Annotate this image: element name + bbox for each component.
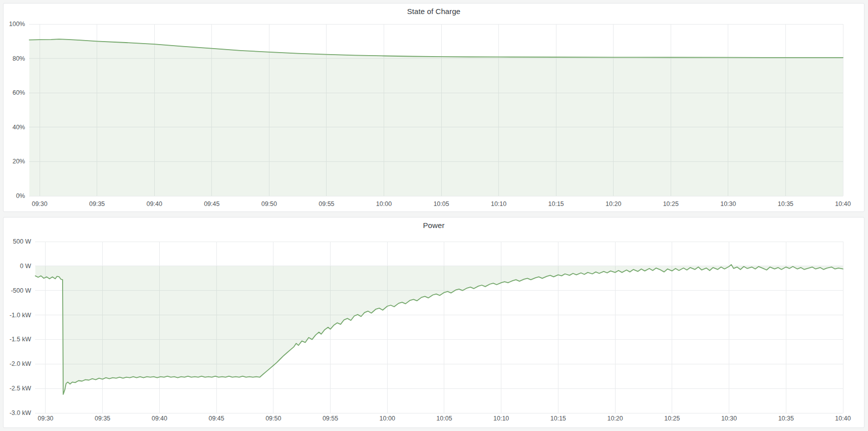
x-tick-label: 09:40	[147, 200, 162, 207]
x-tick-label: 10:15	[550, 415, 566, 422]
y-tick-label: -1.0 kW	[10, 312, 31, 319]
panel-header: State of Charge	[4, 4, 864, 19]
x-tick-label: 10:35	[778, 415, 794, 422]
x-tick-label: 09:55	[319, 200, 334, 207]
x-tick-label: 10:05	[433, 200, 449, 207]
series-area-fill	[30, 39, 843, 196]
x-tick-label: 10:10	[491, 200, 506, 207]
x-tick-label: 09:45	[204, 200, 219, 207]
x-tick-label: 10:30	[720, 200, 736, 207]
x-tick-label: 10:20	[606, 200, 621, 207]
panel-power: Power 500 W0 W-500 W-1.0 kW-1.5 kW-2.0 k…	[3, 217, 864, 428]
x-tick-label: 10:30	[721, 415, 737, 422]
x-tick-label: 09:50	[261, 200, 277, 207]
x-tick-label: 09:35	[95, 415, 110, 422]
x-tick-label: 09:50	[265, 415, 281, 422]
power-chart[interactable]: 500 W0 W-500 W-1.0 kW-1.5 kW-2.0 kW-2.5 …	[4, 233, 864, 428]
y-tick-label: -3.0 kW	[10, 409, 31, 416]
y-tick-label: -1.5 kW	[10, 336, 31, 343]
panel-state-of-charge: State of Charge 0%20%40%60%80%100%09:300…	[3, 3, 864, 212]
panel-title-state-of-charge[interactable]: State of Charge	[407, 7, 461, 16]
x-tick-label: 10:40	[835, 200, 850, 207]
y-tick-label: -500 W	[11, 287, 31, 294]
y-tick-label: -2.0 kW	[10, 360, 31, 367]
y-tick-label: 40%	[13, 124, 25, 131]
y-tick-label: 60%	[13, 89, 25, 96]
y-tick-label: 80%	[13, 55, 25, 62]
x-tick-label: 10:15	[548, 200, 564, 207]
x-tick-label: 10:20	[607, 415, 623, 422]
x-tick-label: 09:45	[208, 415, 224, 422]
state-of-charge-chart[interactable]: 0%20%40%60%80%100%09:3009:3509:4009:4509…	[4, 19, 864, 212]
panel-title-power[interactable]: Power	[423, 221, 444, 230]
panel-header: Power	[4, 218, 864, 233]
x-tick-label: 10:35	[778, 200, 793, 207]
x-tick-label: 09:55	[323, 415, 338, 422]
y-tick-label: 500 W	[13, 238, 31, 245]
y-tick-label: -2.5 kW	[10, 385, 31, 392]
x-tick-label: 09:30	[32, 200, 47, 207]
x-tick-label: 10:00	[380, 415, 395, 422]
x-tick-label: 10:05	[436, 415, 452, 422]
x-tick-label: 10:00	[376, 200, 392, 207]
x-tick-label: 10:25	[664, 415, 680, 422]
x-tick-label: 09:35	[89, 200, 105, 207]
x-tick-label: 09:30	[38, 415, 53, 422]
y-tick-label: 0 W	[20, 263, 31, 270]
y-tick-label: 0%	[16, 192, 25, 199]
x-tick-label: 10:10	[493, 415, 509, 422]
x-tick-label: 10:40	[835, 415, 850, 422]
series-area-fill	[36, 265, 843, 394]
dashboard: State of Charge 0%20%40%60%80%100%09:300…	[0, 0, 868, 431]
x-tick-label: 10:25	[663, 200, 679, 207]
x-tick-label: 09:40	[152, 415, 167, 422]
y-tick-label: 20%	[13, 158, 25, 165]
y-tick-label: 100%	[9, 21, 25, 28]
